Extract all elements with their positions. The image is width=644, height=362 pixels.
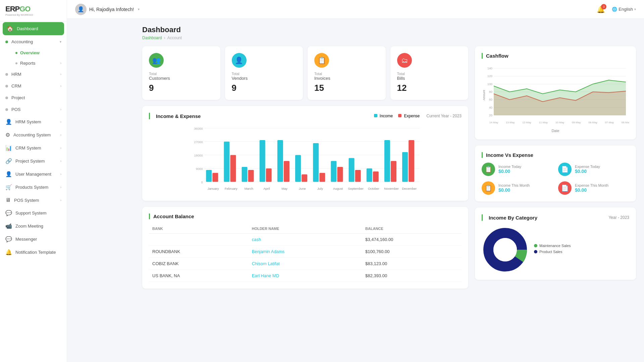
table-cell-holder: Benjamin Adams	[249, 246, 362, 258]
sidebar-label-project: Project	[11, 95, 61, 100]
sidebar-label-accounting-system: Accounting System	[13, 132, 60, 137]
sidebar-item-accounting-system[interactable]: ⚙ Accounting System ›	[0, 128, 67, 141]
breadcrumb-parent[interactable]: Dashboard	[142, 36, 162, 40]
notification-bell[interactable]: 🔔 3	[597, 5, 605, 13]
sidebar-dot-crm	[5, 85, 8, 87]
sidebar-label-hrm-system: HRM System	[15, 119, 60, 124]
logo: ERPGO Powered By WORKGO	[0, 0, 67, 21]
language-selector[interactable]: 🌐 English ▾	[612, 7, 636, 12]
income-expense-chart-card: Income & Expense Income Expense	[142, 106, 468, 201]
sidebar-item-support[interactable]: 💬 Support System	[0, 206, 67, 220]
sidebar-item-crm-system[interactable]: 📊 CRM System ›	[0, 141, 67, 155]
gear-icon: ⚙	[5, 132, 10, 138]
svg-rect-31	[331, 161, 336, 182]
ibc-header: Income By Category Year - 2023	[482, 214, 629, 221]
chevron-right-icon-um: ›	[60, 172, 61, 176]
chevron-right-icon-poss: ›	[60, 198, 61, 202]
svg-rect-17	[248, 170, 254, 182]
stat-name-customers: Customers	[149, 76, 214, 81]
svg-text:07-May: 07-May	[605, 121, 614, 124]
ibc-subtitle: Year - 2023	[608, 215, 629, 220]
table-cell-balance: $3,474,160.00	[362, 234, 462, 246]
sidebar-item-zoom[interactable]: 📹 Zoom Meeting	[0, 220, 67, 233]
svg-rect-19	[260, 140, 265, 182]
donut-wrapper: Maintenance Sales Product Sales	[482, 226, 629, 273]
legend-income-dot	[374, 114, 377, 117]
sidebar-label-products-system: Products System	[15, 185, 60, 190]
sidebar-item-project[interactable]: Project	[0, 92, 67, 104]
stat-value-vendors: 9	[232, 83, 297, 93]
breadcrumb: Dashboard › Account	[142, 36, 636, 40]
globe-icon: 🌐	[612, 7, 617, 12]
svg-rect-16	[242, 167, 248, 182]
chevron-down-icon: ▾	[60, 40, 61, 44]
sidebar-item-products-system[interactable]: 🛒 Products System ›	[0, 181, 67, 194]
ive-item: 📄Expense Today$0.00	[558, 163, 629, 176]
sidebar-item-project-system[interactable]: 🔗 Project System ›	[0, 155, 67, 168]
legend-maintenance-label: Maintenance Sales	[539, 244, 571, 248]
svg-text:April: April	[264, 187, 270, 190]
table-cell-holder: cash	[249, 234, 362, 246]
svg-text:80: 80	[489, 90, 492, 94]
sidebar-menu: 🏠 Dashboard Accounting ▾ Overview Report…	[0, 21, 67, 362]
sidebar-dot-pos	[5, 108, 8, 111]
svg-text:March: March	[245, 187, 253, 190]
chart-legend: Income Expense	[374, 114, 420, 118]
ive-grid: 📋Income Today$0.00📄Expense Today$0.00📋In…	[482, 163, 629, 195]
ive-item: 📋Income This Month$0.00	[482, 181, 553, 195]
sidebar-accounting-sub: Overview Reports ›	[0, 48, 67, 68]
user-menu[interactable]: 👤 Hi, Rajodiya Infotech! ▾	[75, 4, 140, 15]
sidebar-item-pos[interactable]: POS ›	[0, 104, 67, 115]
svg-text:0: 0	[201, 180, 203, 184]
svg-text:September: September	[348, 187, 364, 190]
sidebar-label-crm-system: CRM System	[15, 145, 60, 150]
sidebar-item-hrm[interactable]: HRM ›	[0, 68, 67, 80]
customers-icon: 👥	[149, 53, 164, 68]
sidebar-item-accounting[interactable]: Accounting ▾	[0, 36, 67, 48]
col-bank: BANK	[149, 224, 249, 234]
sidebar-item-notification[interactable]: 🔔 Notification Template	[0, 246, 67, 259]
sidebar-item-overview[interactable]: Overview	[10, 48, 67, 58]
content-right: Cashflow 2040608010012014014-May13-May12…	[475, 46, 636, 289]
legend-product-dot	[534, 250, 537, 253]
topbar: 👤 Hi, Rajodiya Infotech! ▾ 🔔 3 🌐 English…	[67, 0, 644, 19]
svg-text:February: February	[225, 187, 237, 190]
svg-text:June: June	[299, 187, 306, 190]
stat-card-vendors: 👤 Total Vendors 9	[225, 46, 303, 100]
chevron-right-icon-hrm: ›	[60, 72, 61, 76]
stat-card-invoices: 📋 Total Invoices 15	[308, 46, 386, 100]
svg-rect-13	[224, 142, 229, 182]
page-title: Dashboard	[142, 25, 636, 34]
sidebar-item-user-management[interactable]: 👤 User Management ›	[0, 168, 67, 181]
chart-icon: 📊	[5, 145, 12, 151]
sidebar-label-crm: CRM	[11, 83, 60, 88]
svg-text:12-May: 12-May	[522, 121, 531, 124]
cashflow-chart-svg: 2040608010012014014-May13-May12-May11-Ma…	[482, 63, 629, 127]
chevron-down-icon-user: ▾	[138, 7, 140, 11]
legend-expense: Expense	[398, 114, 420, 118]
ive-value: $0.00	[498, 187, 530, 193]
sidebar-sub-dot-reports	[15, 62, 17, 64]
sidebar-item-hrm-system[interactable]: 👤 HRM System ›	[0, 115, 67, 128]
sidebar-label-reports: Reports	[20, 61, 36, 66]
svg-text:08-May: 08-May	[588, 121, 597, 124]
video-icon: 📹	[5, 223, 12, 229]
sidebar-item-pos-system[interactable]: 🖥 POS System ›	[0, 194, 67, 206]
svg-text:120: 120	[487, 74, 492, 78]
sidebar-label-hrm: HRM	[11, 72, 60, 77]
sidebar-item-crm[interactable]: CRM ›	[0, 80, 67, 92]
sidebar-item-reports[interactable]: Reports ›	[10, 58, 67, 68]
sidebar-item-messenger[interactable]: 💬 Messenger	[0, 233, 67, 246]
table-cell-bank: ROUNDBANK	[149, 246, 249, 258]
language-label: English	[619, 7, 633, 12]
section-border	[149, 113, 150, 119]
sidebar-item-dashboard[interactable]: 🏠 Dashboard	[3, 22, 64, 35]
svg-text:August: August	[333, 187, 343, 190]
chevron-right-icon-as: ›	[60, 133, 61, 137]
table-cell-bank	[149, 234, 249, 246]
svg-rect-40	[384, 140, 390, 182]
svg-rect-32	[337, 167, 343, 182]
legend-expense-label: Expense	[404, 114, 420, 118]
sidebar-label-pos: POS	[11, 107, 60, 112]
content-left: 👥 Total Customers 9 👤 Total Vendors 9 📋 …	[142, 46, 468, 289]
